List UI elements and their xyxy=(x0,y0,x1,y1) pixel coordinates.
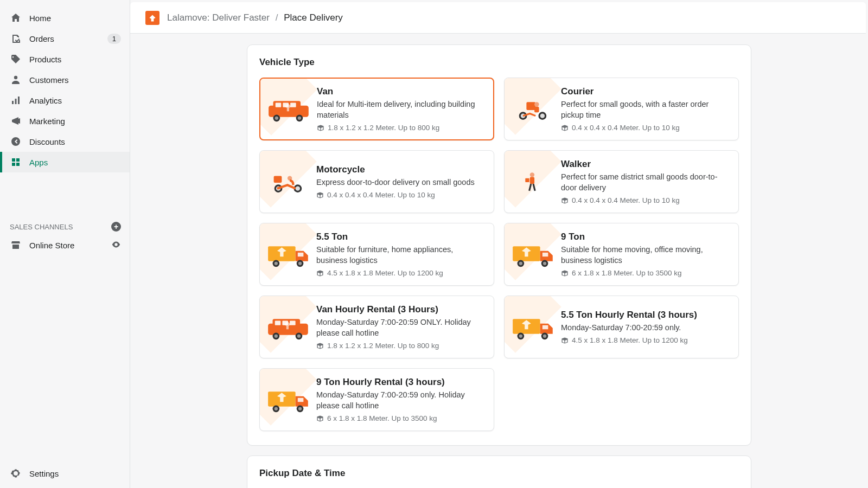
apps-icon xyxy=(10,156,22,168)
van-icon xyxy=(264,308,313,346)
vehicle-dims: 1.8 x 1.2 x 1.2 Meter. Up to 800 kg xyxy=(317,124,484,132)
home-icon xyxy=(10,12,22,24)
vehicle-desc: Monday-Saturday 7:00-20:59 ONLY. Holiday… xyxy=(316,317,485,338)
sidebar-item-orders[interactable]: Orders1 xyxy=(0,28,130,49)
breadcrumb: Lalamove: Deliver Faster / Place Deliver… xyxy=(167,12,343,23)
vehicle-info: Van Hourly Rental (3 Hours) Monday-Satur… xyxy=(316,304,485,350)
vehicle-title: 5.5 Ton Hourly Rental (3 hours) xyxy=(561,310,730,320)
vehicle-title: 5.5 Ton xyxy=(316,232,485,242)
vehicle-desc: Perfect for small goods, with a faster o… xyxy=(561,99,730,120)
breadcrumb-page: Place Delivery xyxy=(284,12,343,23)
sidebar-item-label: Home xyxy=(29,14,51,23)
sidebar-item-customers[interactable]: Customers xyxy=(0,69,130,90)
sidebar-item-discounts[interactable]: Discounts xyxy=(0,131,130,152)
sales-channels-header: SALES CHANNELS + xyxy=(0,211,130,235)
vehicle-type-title: Vehicle Type xyxy=(259,57,739,68)
vehicle-dims: 6 x 1.8 x 1.8 Meter. Up to 3500 kg xyxy=(316,414,485,422)
vehicle-card-van-hourly-rental-3-hours-[interactable]: Van Hourly Rental (3 Hours) Monday-Satur… xyxy=(259,296,494,358)
sidebar-item-settings[interactable]: Settings xyxy=(0,463,130,484)
vehicle-desc: Ideal for Multi-item delivery, including… xyxy=(317,99,484,120)
vehicle-dims: 0.4 x 0.4 x 0.4 Meter. Up to 10 kg xyxy=(561,124,730,132)
sidebar-badge: 1 xyxy=(107,34,121,44)
breadcrumb-app[interactable]: Lalamove: Deliver Faster xyxy=(167,12,270,23)
view-store-icon[interactable] xyxy=(111,240,121,251)
vehicle-desc: Monday-Saturday 7:00-20:59 only. Holiday… xyxy=(316,390,485,411)
pickup-title: Pickup Date & Time xyxy=(259,468,739,479)
vehicle-info: 9 Ton Suitable for home moving, office m… xyxy=(561,232,730,277)
sidebar-item-label: Apps xyxy=(29,158,48,167)
customers-icon xyxy=(10,74,22,86)
vehicle-info: Motorcycle Express door-to-door delivery… xyxy=(316,164,485,200)
vehicle-info: Walker Perfect for same district small g… xyxy=(561,159,730,204)
products-icon xyxy=(10,53,22,65)
vehicle-card-motorcycle[interactable]: Motorcycle Express door-to-door delivery… xyxy=(259,150,494,213)
sidebar-item-label: Discounts xyxy=(29,137,65,146)
store-icon xyxy=(10,239,22,251)
sidebar-item-analytics[interactable]: Analytics xyxy=(0,90,130,111)
breadcrumb-sep: / xyxy=(276,12,278,23)
vehicle-type-panel: Vehicle Type Van Ideal for Multi-item de… xyxy=(247,44,751,446)
add-channel-button[interactable]: + xyxy=(111,222,121,232)
vehicle-card-9-ton[interactable]: 9 Ton Suitable for home moving, office m… xyxy=(504,223,739,286)
vehicle-desc: Suitable for home moving, office moving,… xyxy=(561,245,730,266)
vehicle-dims: 4.5 x 1.8 x 1.8 Meter. Up to 1200 kg xyxy=(561,336,730,344)
vehicle-dims: 1.8 x 1.2 x 1.2 Meter. Up to 800 kg xyxy=(316,342,485,350)
topbar: Lalamove: Deliver Faster / Place Deliver… xyxy=(130,2,866,34)
brand-logo xyxy=(145,11,159,25)
analytics-icon xyxy=(10,94,22,106)
vehicle-info: 9 Ton Hourly Rental (3 hours) Monday-Sat… xyxy=(316,377,485,422)
sidebar-item-label: Products xyxy=(29,55,61,64)
vehicle-desc: Perfect for same district small goods do… xyxy=(561,172,730,193)
sidebar-item-home[interactable]: Home xyxy=(0,8,130,28)
vehicle-title: Motorcycle xyxy=(316,164,485,175)
vehicle-desc: Monday-Saturday 7:00-20:59 only. xyxy=(561,323,730,333)
vehicle-title: 9 Ton Hourly Rental (3 hours) xyxy=(316,377,485,388)
truck-icon xyxy=(509,308,558,346)
vehicle-card-9-ton-hourly-rental-3-hours-[interactable]: 9 Ton Hourly Rental (3 hours) Monday-Sat… xyxy=(259,368,494,431)
vehicle-grid: Van Ideal for Multi-item delivery, inclu… xyxy=(259,78,739,431)
walker-icon xyxy=(509,163,558,201)
sidebar-item-label: Analytics xyxy=(29,96,62,105)
sidebar-nav: Home Orders1 Products Customers Analytic… xyxy=(0,8,130,211)
content: Vehicle Type Van Ideal for Multi-item de… xyxy=(130,34,868,488)
vehicle-dims: 0.4 x 0.4 x 0.4 Meter. Up to 10 kg xyxy=(316,191,485,199)
vehicle-title: Van xyxy=(317,86,484,97)
vehicle-title: Walker xyxy=(561,159,730,170)
vehicle-title: Courier xyxy=(561,86,730,97)
channel-label: Online Store xyxy=(29,241,74,250)
vehicle-info: 5.5 Ton Suitable for furniture, home app… xyxy=(316,232,485,277)
courier-icon xyxy=(509,90,558,128)
vehicle-card-courier[interactable]: Courier Perfect for small goods, with a … xyxy=(504,78,739,140)
truck-icon xyxy=(509,235,558,273)
sidebar-item-apps[interactable]: Apps xyxy=(0,152,130,172)
sales-channels-label: SALES CHANNELS xyxy=(10,223,73,231)
vehicle-dims: 6 x 1.8 x 1.8 Meter. Up to 3500 kg xyxy=(561,269,730,277)
truck-icon xyxy=(264,381,313,419)
gear-icon xyxy=(10,467,22,479)
pickup-panel: Pickup Date & Time xyxy=(247,455,751,488)
main: Lalamove: Deliver Faster / Place Deliver… xyxy=(130,0,868,488)
vehicle-title: 9 Ton xyxy=(561,232,730,242)
marketing-icon xyxy=(10,115,22,127)
vehicle-info: 5.5 Ton Hourly Rental (3 hours) Monday-S… xyxy=(561,310,730,345)
vehicle-desc: Express door-to-door delivery on small g… xyxy=(316,177,485,188)
sidebar-channel-online-store[interactable]: Online Store xyxy=(0,235,130,255)
vehicle-card-van[interactable]: Van Ideal for Multi-item delivery, inclu… xyxy=(259,78,494,140)
orders-icon xyxy=(10,33,22,44)
vehicle-dims: 4.5 x 1.8 x 1.8 Meter. Up to 1200 kg xyxy=(316,269,485,277)
settings-label: Settings xyxy=(29,469,59,478)
vehicle-title: Van Hourly Rental (3 Hours) xyxy=(316,304,485,315)
discounts-icon xyxy=(10,136,22,147)
vehicle-card-5-5-ton-hourly-rental-3-hours-[interactable]: 5.5 Ton Hourly Rental (3 hours) Monday-S… xyxy=(504,296,739,358)
vehicle-desc: Suitable for furniture, home appliances,… xyxy=(316,245,485,266)
vehicle-info: Van Ideal for Multi-item delivery, inclu… xyxy=(317,86,484,132)
sidebar-item-products[interactable]: Products xyxy=(0,49,130,69)
vehicle-card-5-5-ton[interactable]: 5.5 Ton Suitable for furniture, home app… xyxy=(259,223,494,286)
van-icon xyxy=(265,90,314,128)
vehicle-card-walker[interactable]: Walker Perfect for same district small g… xyxy=(504,150,739,213)
sidebar-item-label: Marketing xyxy=(29,117,65,126)
sidebar-item-label: Orders xyxy=(29,34,54,43)
sidebar-item-label: Customers xyxy=(29,75,69,85)
vehicle-info: Courier Perfect for small goods, with a … xyxy=(561,86,730,132)
sidebar-item-marketing[interactable]: Marketing xyxy=(0,111,130,131)
